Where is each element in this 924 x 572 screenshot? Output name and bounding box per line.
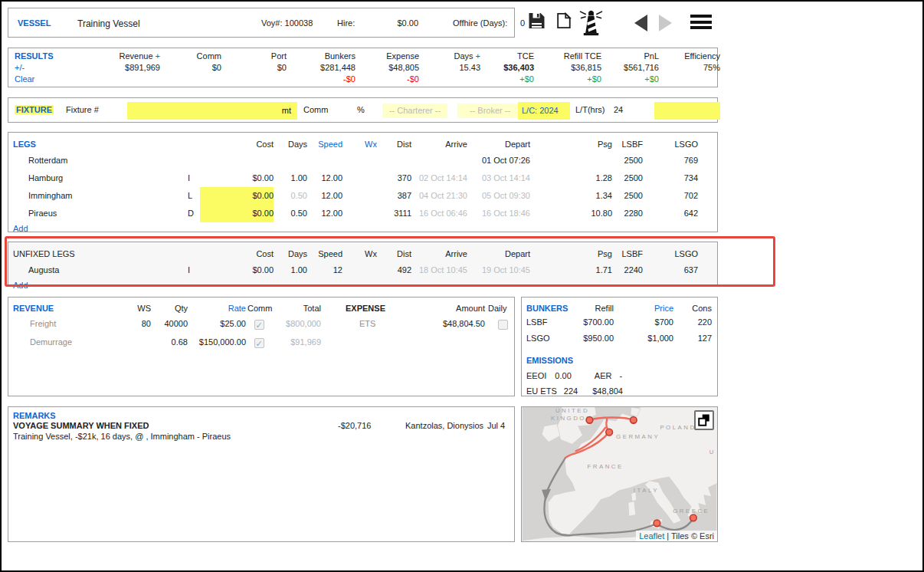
cargo-unit-label: mt: [282, 106, 291, 115]
leg-port[interactable]: Piraeus: [13, 205, 188, 222]
forward-arrow-icon[interactable]: [659, 15, 672, 31]
menu-icon[interactable]: [690, 15, 712, 32]
results-col-expense: Expense $48,805-$0: [359, 51, 422, 85]
map-marker-piraeus[interactable]: [690, 514, 697, 521]
bunkers-row-lsbf: LSBF $700.00 $700 220: [526, 314, 717, 330]
leg-port[interactable]: Hamburg: [13, 169, 188, 187]
emissions-row-1: EEOI 0.00 AER -: [526, 368, 717, 383]
results-col-tce: TCE $36,403+$0: [483, 51, 537, 85]
new-document-icon[interactable]: [555, 12, 572, 29]
bunkers-panel: BUNKERS Refill Price Cons LSBF $700.00 $…: [521, 297, 718, 396]
charterer-select[interactable]: -- Charterer --: [382, 104, 447, 118]
legs-header-lsbf: LSBF: [612, 136, 643, 152]
laytime-value[interactable]: 24: [614, 105, 623, 114]
save-icon[interactable]: [526, 12, 547, 30]
map-label-u-edge: U: [709, 449, 716, 455]
fixture-section-label[interactable]: FIXTURE: [15, 105, 54, 114]
emissions-section-label: EMISSIONS: [526, 353, 717, 368]
results-section-label: RESULTS: [15, 51, 54, 62]
map-label-poland: POLAND: [660, 424, 696, 431]
revenue-header-total: Total: [272, 302, 321, 314]
legs-header-lsgo: LSGO: [643, 136, 698, 152]
leg-port[interactable]: Immingham: [13, 187, 188, 205]
overlapping-squares-icon: [697, 413, 711, 427]
vessel-bar: VESSEL Training Vessel Voy#: 100038 Hire…: [8, 8, 515, 38]
unfixed-legs-add-button[interactable]: Add: [13, 279, 28, 291]
legs-add-button[interactable]: Add: [13, 222, 28, 235]
bunkers-header-refill: Refill: [557, 302, 614, 314]
route-map[interactable]: UNITED KINGDOM POLAND GERMANY FRANCE ITA…: [521, 406, 718, 542]
revenue-panel: REVENUE WS Qty Rate Comm Total Freight 8…: [8, 297, 515, 396]
remark-title: VOYAGE SUMMARY WHEN FIXED: [13, 421, 149, 430]
results-col-pnl: PnL $561,716+$0: [605, 51, 662, 85]
comm-label: Comm: [303, 105, 328, 114]
emissions-row-2: EU ETS 224 $48,804: [526, 383, 717, 399]
leg-port[interactable]: Augusta: [13, 261, 188, 279]
broker-select[interactable]: -- Broker --: [457, 104, 523, 118]
expense-block: EXPENSE Amount Daily ETS $48,804.50 ✓: [346, 302, 510, 333]
results-col-revenue: Revenue + $891,969: [62, 51, 163, 85]
fixture-panel: FIXTURE Fixture # mt Comm % -- Charterer…: [8, 97, 718, 123]
eeoi-value: 0.00: [555, 368, 571, 383]
hire-label: Hire:: [337, 18, 355, 28]
legs-section-label: LEGS: [13, 136, 188, 152]
aer-label: AER: [595, 368, 612, 383]
map-canvas[interactable]: UNITED KINGDOM POLAND GERMANY FRANCE ITA…: [522, 407, 717, 541]
demurrage-comm-checkbox[interactable]: ✓: [254, 338, 264, 348]
map-marker-immingham[interactable]: [586, 416, 593, 423]
bunkers-header-price[interactable]: Price: [614, 302, 673, 314]
legs-header-depart: Depart: [467, 136, 530, 152]
cargo-quantity-input[interactable]: mt: [127, 102, 297, 120]
map-expand-button[interactable]: [694, 410, 714, 430]
map-marker-augusta[interactable]: [654, 520, 660, 527]
hire-value[interactable]: $0.00: [372, 18, 418, 28]
legs-header-days: Days: [274, 136, 307, 152]
ets-daily-checkbox[interactable]: ✓: [498, 320, 508, 330]
legs-header-speed[interactable]: Speed: [307, 136, 342, 152]
expense-header-amount: Amount: [437, 302, 485, 314]
aer-value: -: [620, 368, 623, 383]
remark-author: Kantzolas, Dionysios: [405, 421, 483, 430]
leg-port[interactable]: Rotterdam: [13, 152, 188, 169]
leg-row-hamburg: Hamburg I $0.00 1.00 12.00 370 02 Oct 14…: [13, 169, 717, 187]
vessel-section-label[interactable]: VESSEL: [18, 18, 51, 28]
map-marker-rotterdam[interactable]: [606, 429, 613, 436]
revenue-header-qty: Qty: [151, 302, 188, 314]
expense-header-daily: Daily: [485, 302, 508, 314]
bunkers-section-label: BUNKERS: [526, 302, 557, 314]
laycan-field[interactable]: L/C: 2024: [518, 102, 570, 120]
revenue-section-label: REVENUE: [13, 302, 128, 314]
results-clear-button[interactable]: Clear: [15, 74, 54, 85]
fixture-extra-input[interactable]: [654, 102, 720, 120]
leg-row-rotterdam: Rotterdam 01 Oct 07:26 2500 769: [13, 152, 717, 169]
revenue-header-rate[interactable]: Rate: [188, 302, 246, 314]
back-arrow-icon[interactable]: [634, 15, 647, 31]
vessel-name[interactable]: Training Vessel: [77, 18, 140, 29]
leaflet-link[interactable]: Leaflet: [639, 531, 664, 541]
offhire-label: Offhire (Days):: [453, 18, 507, 28]
legs-header-dist: Dist: [377, 136, 411, 152]
lighthouse-icon[interactable]: [578, 8, 604, 36]
results-col-comm: Comm $0: [163, 51, 224, 85]
offhire-value[interactable]: 0: [520, 18, 525, 28]
results-col-port: Port $0: [224, 51, 290, 85]
remarks-panel: REMARKS VOYAGE SUMMARY WHEN FIXED -$20,7…: [8, 406, 515, 542]
map-label-germany: GERMANY: [616, 433, 660, 440]
results-col-bunkers: Bunkers $281,448-$0: [290, 51, 359, 85]
unfixed-legs-section-label: UNFIXED LEGS: [13, 246, 188, 261]
euets-value: 224: [564, 383, 578, 399]
eeoi-label: EEOI: [526, 368, 546, 383]
expense-section-label: EXPENSE: [346, 302, 437, 314]
revenue-header-comm: Comm: [246, 302, 272, 314]
results-plus-minus-toggle[interactable]: +/-: [15, 62, 54, 74]
emissions-block: EMISSIONS EEOI 0.00 AER - EU ETS 224 $48…: [526, 353, 717, 399]
map-marker-hamburg[interactable]: [630, 416, 637, 423]
map-label-greece: GREECE: [673, 508, 709, 514]
remark-date: Jul 4: [487, 421, 505, 430]
fixture-number-label: Fixture #: [66, 105, 99, 114]
freight-comm-checkbox[interactable]: ✓: [254, 320, 264, 330]
legs-header-wx[interactable]: Wx: [342, 136, 377, 152]
remarks-section-label: REMARKS: [13, 411, 514, 420]
map-label-italy: ITALY: [634, 487, 659, 494]
legs-header-arrive: Arrive: [411, 136, 467, 152]
